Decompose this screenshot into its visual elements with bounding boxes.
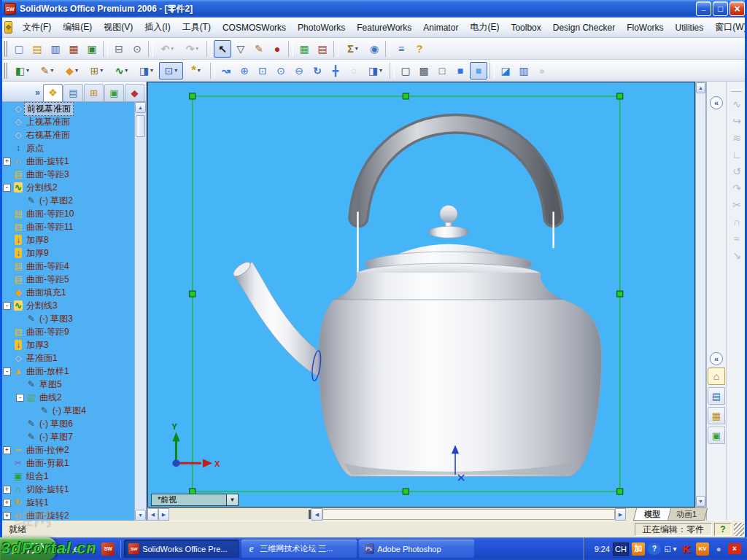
splitter-handle[interactable] (309, 510, 311, 519)
curves-flyout-button[interactable] (109, 62, 133, 79)
collapse-panel-button[interactable] (710, 352, 723, 365)
menu-item[interactable]: Utilities (670, 20, 710, 35)
viewport-vertical-scrollbar[interactable]: ▲ ▼ (695, 82, 706, 508)
wireframe-button[interactable] (397, 62, 414, 79)
cosmosworks-tab[interactable] (125, 84, 144, 101)
sketch-tools-flyout-button[interactable] (184, 62, 208, 79)
tree-item[interactable]: 草图5 (0, 378, 133, 391)
tree-item[interactable]: 曲面-等距4 (0, 260, 133, 273)
view-orientation-button[interactable] (217, 62, 235, 79)
menu-item[interactable]: 插入(I) (139, 19, 176, 36)
tree-item[interactable]: + 曲面-旋转2 (0, 509, 133, 521)
more-tabs-chevron[interactable] (33, 88, 42, 98)
pan-button[interactable] (327, 62, 344, 79)
tree-item[interactable]: (-) 草图4 (0, 404, 133, 417)
tree-item[interactable]: (-) 草图3 (0, 312, 133, 325)
tree-item[interactable]: 曲面-等距9 (0, 325, 133, 338)
antivirus-k-icon[interactable]: K (680, 542, 693, 556)
scroll-down-icon[interactable]: ▼ (135, 510, 146, 521)
menu-item[interactable]: Toolbox (505, 20, 546, 35)
surface-tool-button-3[interactable] (729, 130, 745, 145)
tree-item[interactable]: (-) 草图2 (0, 194, 133, 207)
task-solidworks[interactable]: SolidWorks Office Pre... (124, 540, 239, 558)
view-orientation-box[interactable]: *前视 (151, 494, 239, 506)
close-button[interactable] (729, 1, 745, 16)
save-button[interactable] (47, 40, 64, 58)
tree-item[interactable]: 原点 (0, 141, 133, 155)
view-dropdown-icon[interactable] (226, 494, 238, 505)
menu-item[interactable]: COSMOSWorks (217, 20, 292, 35)
graphics-viewport[interactable]: Y X *前视 (147, 82, 695, 508)
surface-tool-button-10[interactable] (729, 247, 745, 262)
toolbar-grip[interactable] (4, 63, 7, 79)
tree-expander[interactable] (16, 433, 24, 441)
stop-light-button[interactable] (268, 40, 286, 58)
tree-expander[interactable] (3, 354, 11, 362)
solidworks-quicklaunch-icon[interactable] (101, 542, 115, 556)
reference-geometry-flyout-button[interactable] (134, 62, 158, 79)
photoworks-tab[interactable] (104, 84, 124, 101)
make-drawing-from-part-button[interactable] (65, 40, 82, 58)
redo-button[interactable] (180, 40, 204, 58)
tree-expander[interactable] (16, 420, 24, 428)
tree-item[interactable]: 曲面-等距11 (0, 220, 133, 233)
tree-expander[interactable] (3, 144, 11, 152)
sketch-flyout-button[interactable] (35, 62, 59, 79)
tree-expander[interactable]: - (3, 184, 11, 192)
design-library-tab[interactable] (708, 387, 725, 405)
tree-expander[interactable] (16, 315, 24, 323)
tree-item[interactable]: 上视基准面 (0, 115, 133, 128)
tree-expander[interactable]: + (3, 499, 11, 507)
tools-flyout-button[interactable] (85, 62, 109, 79)
tree-expander[interactable] (3, 118, 11, 126)
tree-expander[interactable] (16, 381, 24, 389)
tree-item[interactable]: 曲面-剪裁1 (0, 456, 133, 470)
hidden-lines-removed-button[interactable] (433, 62, 451, 79)
featuremanager-tab[interactable] (43, 84, 63, 101)
task-forum[interactable]: 三维网技术论坛 三... (241, 540, 357, 558)
scroll-down-icon[interactable]: ▼ (696, 496, 705, 507)
tree-expander[interactable] (16, 197, 24, 205)
tree-expander[interactable] (3, 341, 11, 349)
tree-expander[interactable] (3, 276, 11, 284)
surface-tool-button-7[interactable] (729, 197, 745, 212)
rotate-view-button[interactable] (309, 62, 326, 79)
tree-item[interactable]: 前视基准面 (0, 102, 133, 115)
collapse-task-pane-button[interactable] (710, 96, 723, 109)
menu-item[interactable]: FeatureWorks (351, 20, 417, 35)
hscroll-right-icon[interactable]: ▶ (615, 508, 626, 521)
tab-scroll-left-button[interactable]: ◀ (147, 508, 158, 521)
new-document-button[interactable] (10, 40, 28, 58)
zoom-in-out-button[interactable] (236, 62, 253, 79)
tab-scroll-right-button[interactable]: ▶ (158, 508, 169, 521)
tree-item[interactable]: (-) 草图7 (0, 430, 133, 443)
task-photoshop[interactable]: Adobe Photoshop (359, 540, 474, 558)
hscroll-left-icon[interactable]: ◀ (311, 508, 322, 521)
configurationmanager-tab[interactable] (84, 84, 104, 101)
help-tray-icon[interactable]: ? (648, 543, 661, 555)
annotations-flyout-button[interactable] (159, 62, 183, 79)
tree-expander[interactable] (3, 131, 11, 139)
tree-expander[interactable]: - (16, 394, 24, 402)
tree-expander[interactable] (3, 210, 11, 218)
make-assembly-from-part-button[interactable] (83, 40, 101, 58)
minimize-button[interactable] (696, 1, 711, 16)
kv-antivirus-icon[interactable]: KV (696, 542, 709, 556)
menu-item[interactable]: PhotoWorks (292, 20, 351, 35)
tree-expander[interactable]: + (3, 158, 11, 166)
tree-expander[interactable] (3, 249, 11, 257)
menu-item[interactable]: 窗口(W) (709, 19, 747, 36)
surface-tool-button-5[interactable] (729, 163, 745, 179)
tree-scrollbar[interactable]: ▲ ▼ (134, 102, 146, 521)
shadows-in-shaded-mode-button[interactable] (497, 62, 514, 79)
scrollbar-thumb[interactable] (136, 115, 145, 137)
scroll-up-icon[interactable]: ▲ (696, 82, 705, 93)
toolbar-grip[interactable] (4, 41, 7, 57)
ime-icon[interactable]: 加 (632, 542, 645, 556)
section-view-button[interactable] (515, 62, 533, 79)
kettle-body[interactable] (319, 300, 602, 476)
tray-close-icon[interactable]: × (728, 543, 741, 554)
menu-item[interactable]: Design Checker (547, 20, 621, 35)
tree-item[interactable]: - 曲面-放样1 (0, 365, 133, 378)
resize-grip[interactable] (734, 523, 744, 536)
